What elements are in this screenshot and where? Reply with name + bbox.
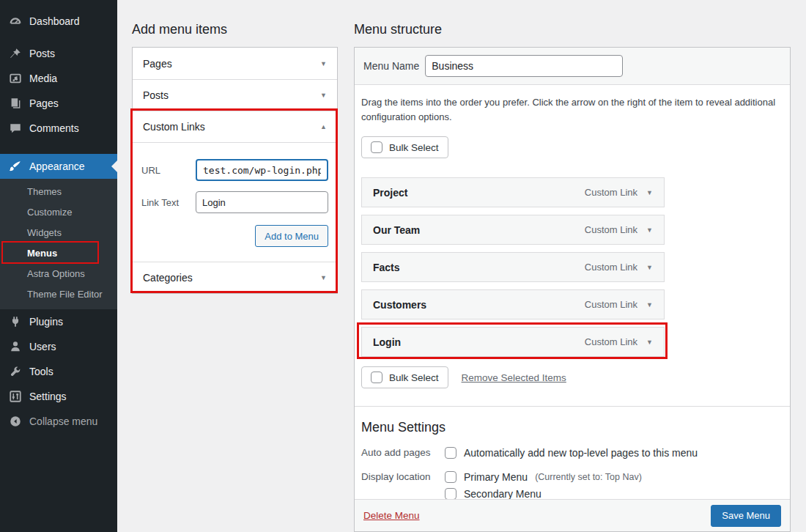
submenu-item-customize[interactable]: Customize (0, 202, 117, 223)
secondary-menu-checkbox[interactable] (445, 488, 456, 500)
sidebar-item-comments[interactable]: Comments (0, 116, 117, 141)
menu-item-type: Custom Link (585, 262, 637, 273)
bulk-select-checkbox[interactable] (371, 372, 382, 383)
menu-item-type: Custom Link (585, 224, 637, 235)
primary-menu-label: Primary Menu (464, 470, 528, 484)
dashboard-icon (8, 14, 23, 29)
display-location-row: Display location Primary Menu (Currently… (361, 470, 781, 501)
admin-sidebar: Dashboard Posts Media Pages Comments (0, 0, 117, 532)
sidebar-item-settings[interactable]: Settings (0, 384, 117, 409)
link-text-field-row: Link Text (141, 191, 328, 213)
pushpin-icon (8, 46, 23, 61)
menu-item-title: Our Team (373, 224, 420, 236)
appearance-submenu: Themes Customize Widgets Menus Astra Opt… (0, 179, 117, 309)
delete-menu-link[interactable]: Delete Menu (363, 510, 420, 521)
chevron-down-icon[interactable]: ▼ (646, 301, 653, 309)
menu-item-type: Custom Link (585, 187, 637, 198)
submenu-item-menus[interactable]: Menus (0, 243, 117, 264)
menu-item-title: Facts (373, 262, 400, 273)
add-to-menu-button[interactable]: Add to Menu (255, 225, 328, 247)
sidebar-item-label: Appearance (29, 160, 85, 172)
submenu-item-astra-options[interactable]: Astra Options (0, 264, 117, 284)
sidebar-item-dashboard[interactable]: Dashboard (0, 9, 117, 34)
sidebar-item-label: Dashboard (29, 15, 80, 27)
menu-item-row-login[interactable]: Login Custom Link▼ (361, 327, 665, 357)
sidebar-item-pages[interactable]: Pages (0, 91, 117, 116)
link-text-label: Link Text (141, 197, 196, 208)
sidebar-separator (0, 34, 117, 41)
menu-item-row-project[interactable]: Project Custom Link▼ (361, 177, 665, 207)
bulk-actions-row: Bulk Select Remove Selected Items (361, 366, 781, 388)
sidebar-item-label: Collapse menu (29, 415, 97, 427)
plug-icon (8, 314, 23, 329)
submenu-item-widgets[interactable]: Widgets (0, 223, 117, 243)
accordion-label: Custom Links (143, 121, 205, 133)
sidebar-item-label: Media (29, 73, 57, 84)
settings-icon (8, 389, 23, 404)
sidebar-item-label: Comments (29, 122, 79, 134)
custom-links-form: URL Link Text Add to Menu (133, 142, 337, 262)
accordion-label: Pages (143, 58, 172, 70)
menu-item-row-customers[interactable]: Customers Custom Link▼ (361, 289, 665, 319)
chevron-down-icon[interactable]: ▼ (646, 264, 653, 271)
menu-name-input[interactable] (425, 55, 623, 77)
chevron-down-icon: ▼ (320, 60, 327, 67)
menu-item-row-facts[interactable]: Facts Custom Link▼ (361, 252, 665, 282)
wordpress-menus-page: Dashboard Posts Media Pages Comments (0, 0, 806, 532)
chevron-down-icon[interactable]: ▼ (646, 189, 653, 196)
sidebar-item-tools[interactable]: Tools (0, 359, 117, 384)
submenu-item-theme-file-editor[interactable]: Theme File Editor (0, 284, 117, 305)
submenu-item-themes[interactable]: Themes (0, 182, 117, 202)
add-menu-items-panel: Add menu items Pages ▼ Posts ▼ Custom Li… (132, 0, 338, 294)
menu-editor-panel: Menu Name Drag the items into the order … (354, 47, 791, 532)
sidebar-item-media[interactable]: Media (0, 66, 117, 91)
primary-menu-note: (Currently set to: Top Nav) (535, 470, 642, 484)
sidebar-item-users[interactable]: Users (0, 334, 117, 359)
add-items-accordion: Pages ▼ Posts ▼ Custom Links ▲ URL Link … (132, 47, 338, 294)
save-menu-button[interactable]: Save Menu (711, 505, 781, 527)
add-menu-items-title: Add menu items (132, 21, 338, 38)
chevron-down-icon[interactable]: ▼ (646, 226, 653, 234)
brush-icon (8, 159, 23, 174)
menu-items-list: Project Custom Link▼ Our Team Custom Lin… (361, 177, 665, 357)
menu-structure-panel: Menu structure Menu Name Drag the items … (354, 0, 791, 532)
sidebar-item-collapse-menu[interactable]: Collapse menu (0, 409, 117, 434)
bulk-select-label: Bulk Select (389, 142, 439, 153)
auto-add-pages-checkbox[interactable] (445, 447, 456, 459)
menu-item-row-our-team[interactable]: Our Team Custom Link▼ (361, 215, 665, 245)
chevron-down-icon: ▼ (320, 92, 327, 99)
user-icon (8, 339, 23, 354)
pages-icon (8, 96, 23, 111)
accordion-section-custom-links[interactable]: Custom Links ▲ (133, 111, 337, 142)
primary-menu-checkbox[interactable] (445, 471, 456, 483)
sidebar-separator (0, 141, 117, 154)
add-to-menu-row: Add to Menu (141, 225, 328, 247)
chevron-down-icon[interactable]: ▼ (646, 339, 653, 346)
accordion-section-posts[interactable]: Posts ▼ (133, 79, 337, 111)
menu-item-title: Login (373, 336, 401, 348)
bulk-select-button-bottom[interactable]: Bulk Select (361, 366, 448, 388)
url-input[interactable] (196, 159, 328, 181)
sidebar-item-posts[interactable]: Posts (0, 41, 117, 66)
auto-add-pages-option: Automatically add new top-level pages to… (464, 446, 698, 460)
bulk-select-label: Bulk Select (389, 372, 439, 383)
comments-icon (8, 121, 23, 136)
menu-structure-title: Menu structure (354, 21, 791, 38)
sidebar-item-plugins[interactable]: Plugins (0, 309, 117, 334)
accordion-section-pages[interactable]: Pages ▼ (133, 48, 337, 79)
drag-instructions: Drag the items into the order you prefer… (361, 95, 781, 124)
sidebar-item-label: Posts (29, 48, 55, 59)
bulk-select-button-top[interactable]: Bulk Select (361, 136, 448, 158)
sidebar-item-label: Plugins (29, 316, 63, 328)
chevron-up-icon: ▲ (320, 123, 327, 130)
collapse-arrow-icon (8, 414, 23, 429)
menu-settings-title: Menu Settings (361, 418, 781, 436)
sidebar-item-label: Users (29, 341, 56, 352)
remove-selected-items-link[interactable]: Remove Selected Items (462, 372, 566, 383)
menu-item-title: Customers (373, 299, 426, 311)
accordion-section-categories[interactable]: Categories ▼ (133, 262, 337, 293)
auto-add-pages-row: Auto add pages Automatically add new top… (361, 446, 781, 460)
link-text-input[interactable] (196, 191, 328, 213)
bulk-select-checkbox[interactable] (371, 141, 382, 153)
sidebar-item-appearance[interactable]: Appearance (0, 154, 117, 179)
